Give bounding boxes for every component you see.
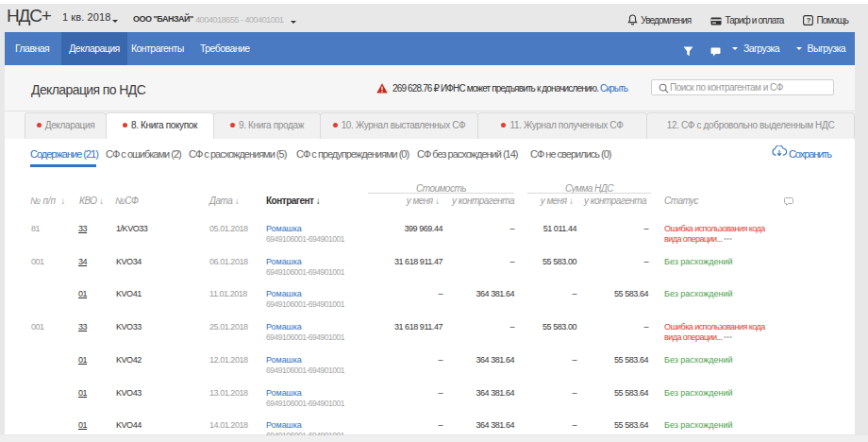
svg-text:?: ?: [807, 16, 811, 25]
